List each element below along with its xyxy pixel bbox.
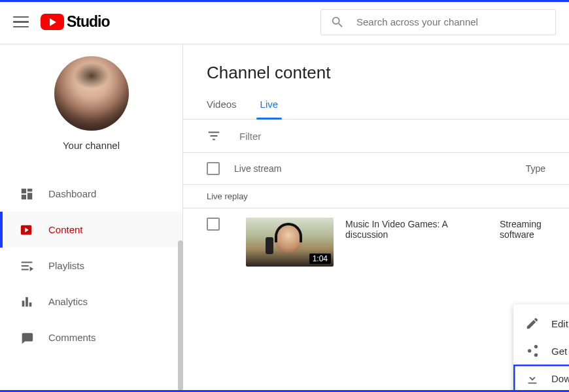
menu-item-download[interactable]: Download [513,365,569,392]
sidebar-item-playlists[interactable]: Playlists [0,248,182,284]
content-tabs: Videos Live [183,99,569,120]
search-bar[interactable] [320,9,556,35]
filter-input[interactable]: Filter [239,131,261,142]
channel-avatar-label: Your channel [63,140,120,151]
video-row[interactable]: 1:04 Music In Video Games: A discussion … [183,208,569,276]
section-live-replay: Live replay [183,185,569,208]
sidebar-scroll-thumb[interactable] [178,240,183,391]
sidebar-item-label: Content [48,224,83,235]
column-header-type: Type [526,163,545,174]
row-checkbox[interactable] [207,218,220,231]
playlists-icon [20,259,34,273]
sidebar-item-label: Comments [48,332,96,343]
menu-item-label: Edit title and description [551,318,569,329]
menu-item-edit[interactable]: Edit title and description [513,310,569,337]
dashboard-icon [20,187,34,201]
content-icon [20,223,34,237]
hamburger-menu-button[interactable] [13,14,29,30]
menu-item-label: Download [551,373,569,384]
page-title: Channel content [183,44,569,99]
video-title: Music In Video Games: A discussion [345,218,488,240]
duration-badge: 1:04 [309,253,331,264]
sidebar: Your channel Dashboard Content Playlists… [0,44,183,392]
download-icon [525,371,540,385]
studio-logo[interactable]: Studio [41,13,110,31]
context-menu: Edit title and description Get shareable… [513,304,569,392]
select-all-checkbox[interactable] [207,162,220,175]
tab-live[interactable]: Live [260,99,279,119]
video-type: Streaming software [500,218,545,240]
channel-avatar[interactable] [54,56,129,131]
header: Studio [0,0,569,44]
tab-videos[interactable]: Videos [207,99,237,119]
sidebar-item-label: Dashboard [48,188,96,199]
comments-icon [20,331,34,345]
column-headers: Live stream Type [183,153,569,185]
edit-icon [525,316,540,331]
sidebar-item-dashboard[interactable]: Dashboard [0,176,182,212]
logo-text: Studio [67,13,110,31]
sidebar-item-label: Playlists [48,260,84,271]
menu-item-label: Get shareable link [551,346,569,357]
column-header-stream: Live stream [234,163,281,174]
sidebar-item-analytics[interactable]: Analytics [0,284,182,319]
search-icon [330,15,345,29]
search-input[interactable] [356,16,546,27]
menu-item-share[interactable]: Get shareable link [513,337,569,365]
analytics-icon [20,295,34,309]
sidebar-item-content[interactable]: Content [0,212,182,248]
share-icon [525,344,540,358]
video-thumbnail[interactable]: 1:04 [246,218,334,267]
main-content: Channel content Videos Live Filter Live … [183,44,569,392]
filter-icon[interactable] [207,129,221,143]
youtube-play-icon [41,14,64,30]
sidebar-item-label: Analytics [48,296,88,307]
sidebar-item-comments[interactable]: Comments [0,319,182,355]
